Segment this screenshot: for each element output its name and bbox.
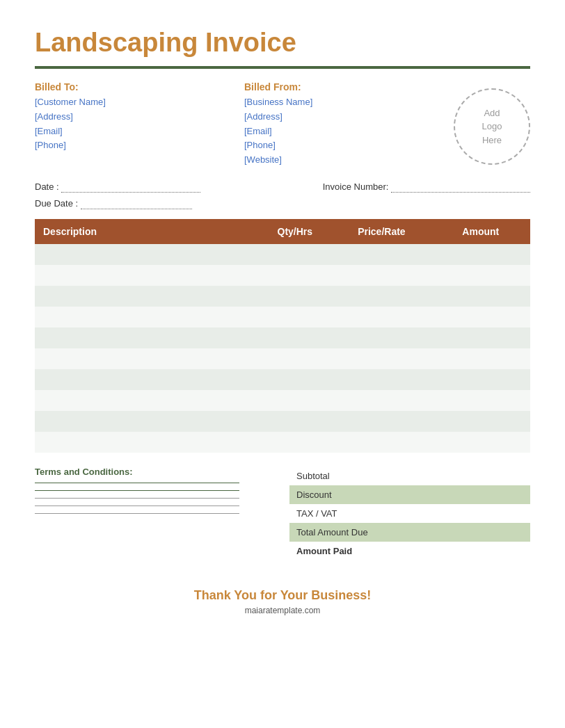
table-row[interactable] <box>35 327 530 348</box>
billed-from-info: [Business Name] [Address] [Email] [Phone… <box>244 95 440 168</box>
cell-qty[interactable] <box>257 390 332 411</box>
date-field: Date : <box>35 181 276 193</box>
cell-description[interactable] <box>35 369 257 390</box>
cell-qty[interactable] <box>257 307 332 327</box>
cell-qty[interactable] <box>257 265 332 286</box>
cell-qty[interactable] <box>257 369 332 390</box>
col-qty: Qty/Hrs <box>257 219 332 244</box>
website-text: maiaratemplate.com <box>35 606 530 615</box>
totals-section: Subtotal Discount TAX / VAT Total Amount… <box>289 467 530 560</box>
invoice-number-field: Invoice Number: <box>289 181 530 193</box>
business-address: [Address] <box>244 110 440 124</box>
cell-description[interactable] <box>35 411 257 432</box>
table-row[interactable] <box>35 348 530 369</box>
logo-text: AddLogoHere <box>482 106 502 147</box>
cell-qty[interactable] <box>257 411 332 432</box>
cell-price[interactable] <box>332 411 431 432</box>
due-date-field: Due Date : <box>35 198 530 209</box>
cell-description[interactable] <box>35 327 257 348</box>
cell-price[interactable] <box>332 244 431 265</box>
cell-amount[interactable] <box>431 432 530 453</box>
cell-description[interactable] <box>35 307 257 327</box>
cell-price[interactable] <box>332 286 431 307</box>
terms-section: Terms and Conditions: <box>35 467 276 560</box>
discount-value <box>496 485 530 504</box>
customer-email: [Email] <box>35 124 230 139</box>
cell-qty[interactable] <box>257 348 332 369</box>
invoice-number-label: Invoice Number: <box>323 181 389 192</box>
bottom-section: Terms and Conditions: Subtotal Discount … <box>35 467 530 560</box>
tax-value <box>496 504 530 523</box>
table-row[interactable] <box>35 286 530 307</box>
cell-description[interactable] <box>35 286 257 307</box>
top-divider <box>35 66 530 69</box>
cell-price[interactable] <box>332 327 431 348</box>
cell-price[interactable] <box>332 369 431 390</box>
cell-price[interactable] <box>332 265 431 286</box>
terms-line-2 <box>35 490 239 491</box>
billed-to-section: Billed To: [Customer Name] [Address] [Em… <box>35 81 230 168</box>
table-row[interactable] <box>35 244 530 265</box>
footer: Thank You for Your Business! maiaratempl… <box>35 588 530 615</box>
date-label: Date : <box>35 181 59 192</box>
tax-row: TAX / VAT <box>289 504 530 523</box>
cell-amount[interactable] <box>431 307 530 327</box>
table-row[interactable] <box>35 411 530 432</box>
cell-description[interactable] <box>35 265 257 286</box>
cell-description[interactable] <box>35 432 257 453</box>
customer-name: [Customer Name] <box>35 95 230 110</box>
customer-address: [Address] <box>35 110 230 124</box>
invoice-title: Landscaping Invoice <box>35 28 530 58</box>
total-value <box>496 523 530 542</box>
thank-you-text: Thank You for Your Business! <box>35 588 530 603</box>
invoice-number-dots[interactable] <box>391 181 530 193</box>
cell-description[interactable] <box>35 390 257 411</box>
cell-qty[interactable] <box>257 244 332 265</box>
totals-table: Subtotal Discount TAX / VAT Total Amount… <box>289 467 530 560</box>
terms-line-1 <box>35 483 239 483</box>
billing-section: Billed To: [Customer Name] [Address] [Em… <box>35 81 530 168</box>
table-row[interactable] <box>35 307 530 327</box>
subtotal-value <box>496 467 530 485</box>
subtotal-label: Subtotal <box>289 467 496 485</box>
table-row[interactable] <box>35 369 530 390</box>
business-website: [Website] <box>244 153 440 168</box>
date-dots[interactable] <box>61 181 200 193</box>
customer-phone: [Phone] <box>35 138 230 153</box>
terms-label: Terms and Conditions: <box>35 467 276 477</box>
cell-amount[interactable] <box>431 265 530 286</box>
table-row[interactable] <box>35 265 530 286</box>
col-amount: Amount <box>431 219 530 244</box>
total-row: Total Amount Due <box>289 523 530 542</box>
cell-qty[interactable] <box>257 286 332 307</box>
cell-amount[interactable] <box>431 348 530 369</box>
col-description: Description <box>35 219 257 244</box>
discount-row: Discount <box>289 485 530 504</box>
cell-description[interactable] <box>35 244 257 265</box>
cell-amount[interactable] <box>431 244 530 265</box>
table-row[interactable] <box>35 432 530 453</box>
cell-price[interactable] <box>332 348 431 369</box>
cell-description[interactable] <box>35 348 257 369</box>
billed-to-info: [Customer Name] [Address] [Email] [Phone… <box>35 95 230 153</box>
cell-amount[interactable] <box>431 286 530 307</box>
cell-amount[interactable] <box>431 369 530 390</box>
cell-qty[interactable] <box>257 432 332 453</box>
col-price: Price/Rate <box>332 219 431 244</box>
business-phone: [Phone] <box>244 138 440 153</box>
logo-placeholder: AddLogoHere <box>454 88 530 165</box>
billed-from-label: Billed From: <box>244 81 440 92</box>
table-row[interactable] <box>35 390 530 411</box>
cell-qty[interactable] <box>257 327 332 348</box>
invoice-table: Description Qty/Hrs Price/Rate Amount <box>35 219 530 453</box>
cell-price[interactable] <box>332 390 431 411</box>
cell-amount[interactable] <box>431 390 530 411</box>
cell-price[interactable] <box>332 307 431 327</box>
subtotal-row: Subtotal <box>289 467 530 485</box>
cell-amount[interactable] <box>431 327 530 348</box>
due-date-dots[interactable] <box>81 198 192 209</box>
cell-amount[interactable] <box>431 411 530 432</box>
billed-to-label: Billed To: <box>35 81 230 92</box>
discount-label: Discount <box>289 485 496 504</box>
cell-price[interactable] <box>332 432 431 453</box>
